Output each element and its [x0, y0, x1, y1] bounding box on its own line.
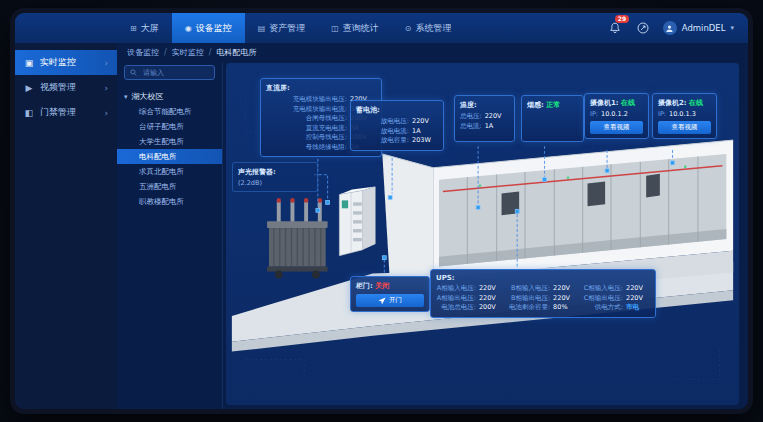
battery-panel: 蓄电池: 放电电压:220V 放电电流:1A 放电容量:203W [350, 100, 444, 151]
field-label: 供电方式: [583, 303, 623, 313]
app-body: ▣ 实时监控 › ▶ 视频管理 › ◧ 门禁管理 › 设备监控 / 实时监控 / [15, 43, 748, 414]
nav-tabs: ⊞ 大屏 ◉ 设备监控 ▤ 资产管理 ◫ 查询统计 ⊙ 系统管理 [117, 13, 465, 43]
view-video-button[interactable]: 查看视频 [590, 121, 643, 134]
field-value: 220V [485, 112, 509, 122]
ip-row: IP:10.0.1.2 [590, 110, 643, 118]
fullscreen-button[interactable] [635, 20, 651, 36]
field-label: 直流充电电流: [266, 124, 347, 134]
status-badge: 在线 [689, 99, 703, 107]
panel-title: 声光报警器: [238, 167, 312, 177]
panel-title: 摄像机2: 在线 [658, 98, 711, 108]
tree-item-4[interactable]: 求真北配电所 [124, 164, 215, 179]
user-menu[interactable]: AdminDEL ▾ [663, 21, 734, 35]
field-value: 1A [485, 122, 509, 132]
view-video-button[interactable]: 查看视频 [658, 121, 711, 134]
field-value: 市电 [626, 303, 650, 313]
field-value: 220V [412, 117, 438, 127]
workspace: ▾ 湖大校区 综合节能配电所 台研子配电所 大学生配电所 电科配电所 求真北配电… [117, 62, 748, 414]
panel-title-text: 摄像机2: [658, 99, 687, 107]
user-icon [665, 24, 674, 33]
field-label: 电池剩余容量: [509, 303, 550, 313]
tab-system-management[interactable]: ⊙ 系统管理 [392, 13, 465, 43]
sidebar-item-label: 视频管理 [40, 81, 76, 94]
caret-down-icon: ▾ [124, 93, 128, 101]
notifications-button[interactable]: 29 [607, 20, 623, 36]
search-input[interactable] [141, 68, 209, 78]
ups-column-c: C相输入电压:220V C相输出电压:220V 供电方式:市电 [583, 284, 650, 313]
panel-title: 烟感: 正常 [527, 100, 578, 110]
stats-icon: ◫ [331, 24, 339, 33]
monitor-icon: ◉ [185, 24, 192, 33]
smoke-detector-panel: 烟感: 正常 [521, 95, 584, 142]
ups-panel: UPS: A相输入电压:220V A相输出电压:220V 电池总电压:200V … [430, 269, 656, 318]
nav-left-space [15, 13, 117, 43]
field-label: 总电压: [460, 112, 482, 122]
ups-column-b: B相输入电压:220V B相输出电压:220V 电池剩余容量:80% [509, 284, 577, 313]
panel-title: 摄像机1: 在线 [590, 98, 643, 108]
notification-badge: 29 [615, 15, 629, 23]
chevron-right-icon: › [104, 108, 108, 118]
chevron-right-icon: › [104, 58, 108, 68]
camera2-panel: 摄像机2: 在线 IP:10.0.1.3 查看视频 [652, 93, 717, 139]
field-label: 总电流: [460, 122, 482, 132]
field-label: 合闸母线电压: [266, 114, 347, 124]
search-icon [130, 69, 137, 76]
ups-grid: A相输入电压:220V A相输出电压:220V 电池总电压:200V B相输入电… [436, 284, 650, 313]
field-label: 母线绝缘电阻: [266, 143, 347, 153]
gear-icon: ⊙ [405, 24, 412, 33]
field-label: 放电电流: [356, 127, 409, 137]
tree-item-1[interactable]: 台研子配电所 [124, 119, 215, 134]
monitor-stage: 直流屏: 充电模块输出电压:220V 充电模块输出电流:3A 合闸母线电压:20… [226, 63, 739, 405]
tab-asset-management[interactable]: ▤ 资产管理 [245, 13, 319, 43]
chevron-right-icon: › [104, 83, 108, 93]
tab-label: 系统管理 [416, 22, 452, 35]
tree-node-root[interactable]: ▾ 湖大校区 [124, 89, 215, 104]
sound-light-alarm-panel: 声光报警器: (2.2dB) [232, 162, 318, 192]
status-badge: 在线 [621, 99, 635, 107]
field-label: 电池总电压: [436, 303, 476, 313]
field-value: 220V [553, 294, 577, 304]
top-right-cluster: 29 AdminDEL ▾ [607, 13, 748, 43]
tree-item-2[interactable]: 大学生配电所 [124, 134, 215, 149]
app-window: ⊞ 大屏 ◉ 设备监控 ▤ 资产管理 ◫ 查询统计 ⊙ 系统管理 [10, 8, 753, 414]
breadcrumb-item[interactable]: 电科配电所 [216, 47, 256, 58]
field-value: 220V [626, 294, 650, 304]
field-value: 80% [553, 303, 577, 313]
open-door-button[interactable]: 开门 [356, 294, 424, 307]
panel-title: 直流屏: [266, 83, 376, 93]
field-value: 220V [479, 284, 503, 294]
open-door-label: 开门 [389, 296, 402, 305]
status-badge: 正常 [546, 101, 560, 109]
status-badge: 关闭 [375, 282, 389, 290]
panel-title-text: 柜门: [356, 282, 373, 290]
station-tree: ▾ 湖大校区 综合节能配电所 台研子配电所 大学生配电所 电科配电所 求真北配电… [124, 89, 215, 209]
tab-label: 资产管理 [269, 22, 305, 35]
tab-query-statistics[interactable]: ◫ 查询统计 [318, 13, 392, 43]
tree-item-6[interactable]: 职教楼配电所 [124, 194, 215, 209]
dc-cabinet-model [339, 187, 375, 256]
field-value: 203W [412, 136, 438, 146]
sidebar-item-realtime-monitor[interactable]: ▣ 实时监控 › [15, 50, 117, 75]
tab-label: 查询统计 [343, 22, 379, 35]
field-label: 充电模块输出电压: [266, 95, 347, 105]
panel-title: UPS: [436, 274, 650, 282]
tree-item-3-selected[interactable]: 电科配电所 [117, 149, 222, 164]
tree-search [124, 65, 215, 80]
field-value: 220V [553, 284, 577, 294]
breadcrumb-separator: / [209, 48, 212, 57]
field-label: A相输出电压: [436, 294, 476, 304]
tree-item-5[interactable]: 五洲配电所 [124, 179, 215, 194]
breadcrumb-item[interactable]: 实时监控 [172, 47, 204, 58]
sidebar-item-access-control[interactable]: ◧ 门禁管理 › [15, 100, 117, 125]
tab-dashboard[interactable]: ⊞ 大屏 [117, 13, 172, 43]
panel-title-text: 烟感: [527, 101, 544, 109]
tab-device-monitor[interactable]: ◉ 设备监控 [172, 13, 245, 43]
breadcrumb-item[interactable]: 设备监控 [127, 47, 159, 58]
field-label: 放电容量: [356, 136, 409, 146]
field-label: B相输出电压: [509, 294, 550, 304]
grid-icon: ⊞ [130, 24, 137, 33]
sidebar-item-video-management[interactable]: ▶ 视频管理 › [15, 75, 117, 100]
field-value: 220V [479, 294, 503, 304]
tree-item-0[interactable]: 综合节能配电所 [124, 104, 215, 119]
ip-label: IP: [658, 110, 666, 118]
